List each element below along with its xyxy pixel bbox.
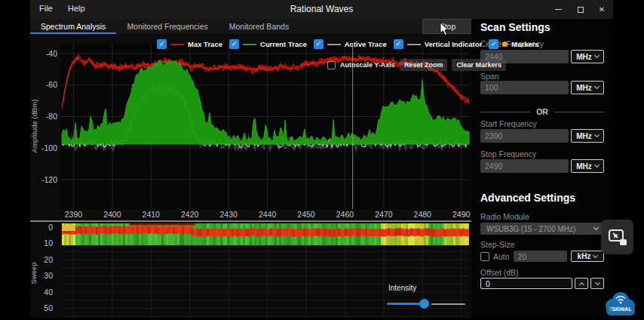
titlebar: File Help Rational Waves ✕ bbox=[30, 0, 613, 19]
legend-item-vertical-indicator: ✓ Vertical Indicator bbox=[394, 39, 483, 49]
tab-monitored-bands[interactable]: Monitored Bands bbox=[219, 19, 299, 34]
chevron-up-icon bbox=[578, 282, 584, 287]
window-title: Rational Waves bbox=[30, 4, 613, 14]
svg-text:Amplitude (dBm): Amplitude (dBm) bbox=[30, 100, 38, 153]
svg-text:20: 20 bbox=[44, 255, 53, 264]
trace-legend: ✓ Max Trace ✓ Current Trace ✓ Active Tra… bbox=[157, 38, 539, 50]
start-frequency-label: Start Frequency bbox=[480, 120, 604, 128]
max-trace-checkbox[interactable]: ✓ bbox=[157, 39, 167, 49]
max-trace-swatch bbox=[170, 44, 184, 45]
tab-monitored-frequencies[interactable]: Monitored Frequencies bbox=[116, 19, 218, 34]
clear-markers-button[interactable]: Clear Markers bbox=[452, 59, 506, 71]
stop-frequency-unit-select[interactable]: MHz bbox=[571, 159, 604, 173]
svg-text:2450: 2450 bbox=[297, 210, 315, 219]
chart-tools: Autoscale Y-Axis Reset Zoom Clear Marker… bbox=[327, 59, 506, 71]
markers-dot-icon bbox=[502, 42, 508, 47]
slider-track-fill bbox=[387, 303, 424, 305]
stop-frequency-label: Stop Frequency bbox=[480, 150, 604, 158]
divider-line bbox=[480, 112, 530, 112]
span-row: MHz bbox=[480, 81, 604, 94]
svg-text:2490: 2490 bbox=[452, 210, 471, 219]
svg-text:10: 10 bbox=[44, 238, 53, 248]
active-trace-checkbox[interactable]: ✓ bbox=[314, 39, 324, 49]
svg-text:50: 50 bbox=[44, 303, 53, 312]
app-window: File Help Rational Waves ✕ Spectrum Anal… bbox=[30, 0, 613, 318]
current-trace-swatch bbox=[243, 44, 256, 45]
radio-module-select[interactable]: WSUB3G (15 - 2700 MHz) bbox=[480, 223, 604, 235]
radio-module-value: WSUB3G (15 - 2700 MHz) bbox=[486, 225, 575, 233]
current-trace-label: Current Trace bbox=[260, 40, 307, 48]
advanced-settings-heading: Advanced Settings bbox=[480, 192, 604, 204]
chevron-down-icon bbox=[594, 53, 600, 58]
screen-overlay-button[interactable] bbox=[601, 220, 633, 254]
autoscale-label: Autoscale Y-Axis bbox=[340, 61, 395, 69]
tab-bar: Spectrum Analysis Monitored Frequencies … bbox=[30, 19, 471, 34]
chevron-down-icon bbox=[593, 225, 599, 230]
legend-item-markers: ✓ Markers bbox=[489, 39, 538, 49]
chart-area: ✓ Max Trace ✓ Current Trace ✓ Active Tra… bbox=[30, 34, 471, 318]
svg-text:-80: -80 bbox=[46, 112, 57, 121]
slider-handle[interactable] bbox=[419, 299, 429, 309]
or-label: OR bbox=[536, 107, 548, 116]
markers-label: Markers bbox=[511, 40, 538, 48]
vertical-indicator-label: Vertical Indicator bbox=[425, 40, 483, 48]
vertical-indicator-checkbox[interactable]: ✓ bbox=[394, 39, 403, 49]
offset-input[interactable] bbox=[480, 278, 572, 289]
step-unit-select[interactable]: kHz bbox=[571, 251, 604, 262]
span-unit-select[interactable]: MHz bbox=[571, 81, 604, 94]
current-trace-checkbox[interactable]: ✓ bbox=[229, 39, 239, 49]
intensity-label: Intensity bbox=[388, 284, 465, 292]
radio-module-label: Radio Module bbox=[480, 213, 604, 221]
svg-text:2470: 2470 bbox=[375, 210, 393, 219]
svg-text:2480: 2480 bbox=[414, 210, 432, 219]
start-frequency-unit-select[interactable]: MHz bbox=[571, 129, 604, 143]
stop-frequency-input[interactable] bbox=[480, 159, 569, 173]
svg-text:7SIGNAL: 7SIGNAL bbox=[609, 306, 632, 312]
stop-frequency-row: MHz bbox=[480, 159, 604, 173]
svg-text:Sweep: Sweep bbox=[30, 262, 38, 284]
minimize-button[interactable] bbox=[548, 3, 568, 16]
svg-text:2400: 2400 bbox=[103, 210, 121, 219]
slider-track bbox=[431, 303, 465, 305]
active-trace-swatch bbox=[327, 44, 341, 45]
tab-spectrum-analysis[interactable]: Spectrum Analysis bbox=[30, 19, 116, 34]
auto-checkbox[interactable] bbox=[480, 252, 489, 261]
svg-text:-100: -100 bbox=[41, 143, 57, 152]
mouse-cursor bbox=[440, 22, 450, 36]
chevron-down-icon bbox=[594, 84, 600, 89]
step-size-input[interactable] bbox=[514, 251, 567, 262]
pip-icon bbox=[606, 225, 630, 249]
svg-text:2440: 2440 bbox=[259, 210, 277, 219]
svg-text:2410: 2410 bbox=[143, 210, 161, 219]
svg-text:40: 40 bbox=[44, 288, 53, 297]
intensity-slider[interactable] bbox=[387, 299, 465, 309]
svg-text:0: 0 bbox=[48, 223, 53, 232]
reset-zoom-button[interactable]: Reset Zoom bbox=[400, 59, 448, 71]
svg-text:2430: 2430 bbox=[219, 210, 238, 219]
legend-item-current-trace: ✓ Current Trace bbox=[229, 39, 307, 49]
autoscale-checkbox[interactable] bbox=[327, 61, 336, 69]
offset-increment-button[interactable] bbox=[575, 278, 588, 289]
scan-settings-heading: Scan Settings bbox=[480, 21, 604, 33]
step-size-label: Step-Size bbox=[480, 241, 604, 249]
svg-text:-40: -40 bbox=[46, 49, 57, 58]
svg-text:30: 30 bbox=[44, 271, 53, 280]
close-button[interactable]: ✕ bbox=[592, 3, 612, 16]
svg-text:-60: -60 bbox=[46, 80, 57, 89]
brand-logo: 7SIGNAL bbox=[603, 288, 638, 319]
unit-label: MHz bbox=[576, 132, 592, 140]
divider-line bbox=[554, 112, 604, 112]
active-trace-label: Active Trace bbox=[345, 40, 387, 48]
chevron-down-icon bbox=[594, 132, 600, 137]
center-frequency-unit-select[interactable]: MHz bbox=[571, 50, 604, 63]
start-frequency-input[interactable] bbox=[480, 129, 569, 143]
unit-label: kHz bbox=[578, 252, 591, 260]
span-input[interactable] bbox=[480, 81, 569, 94]
offset-row bbox=[480, 278, 604, 289]
restore-button[interactable] bbox=[571, 3, 590, 16]
markers-checkbox[interactable]: ✓ bbox=[489, 39, 498, 49]
or-divider: OR bbox=[480, 107, 604, 116]
auto-label: Auto bbox=[493, 252, 510, 261]
minimize-icon bbox=[555, 9, 562, 10]
restore-icon bbox=[578, 7, 584, 13]
